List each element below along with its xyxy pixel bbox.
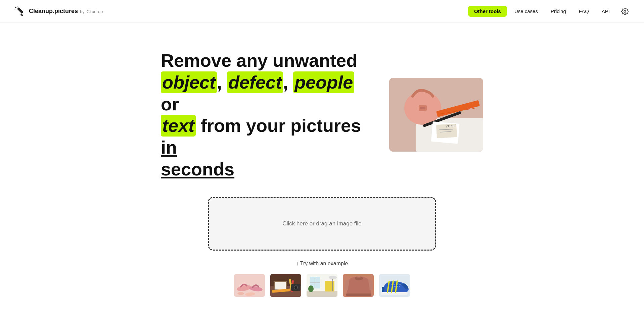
other-tools-button[interactable]: Other tools [468,6,507,17]
example-thumbnails-row [233,273,411,298]
hero-text: Remove any unwanted object, defect, peop… [161,50,362,180]
svg-rect-49 [346,294,371,296]
hero-highlight-object: object [161,71,217,93]
svg-rect-12 [420,107,425,109]
thumb-svg-5 [379,274,411,298]
svg-point-47 [308,285,314,292]
main-nav: Other tools Use cases Pricing FAQ API [468,6,631,17]
hero-image: YUZEF [389,78,483,152]
svg-text:YUZEF: YUZEF [446,124,457,128]
main-content: Remove any unwanted object, defect, peop… [0,0,644,311]
hero-line1: Remove any unwanted [161,50,357,70]
example-thumbnail-2[interactable] [270,273,302,298]
hero-in-seconds: inseconds [161,137,234,179]
logo-name: Cleanup.pictures [29,8,78,15]
thumb-svg-2 [270,274,302,298]
hero-title: Remove any unwanted object, defect, peop… [161,50,362,180]
hero-or: or [161,94,179,114]
thumb-svg-4 [343,274,374,298]
faq-link[interactable]: FAQ [573,6,594,17]
svg-point-35 [294,286,297,289]
svg-point-7 [624,10,626,12]
hero-scene-svg: YUZEF [389,78,483,152]
comma1: , [217,72,222,92]
hero-highlight-people: people [293,71,354,93]
svg-point-45 [329,276,337,279]
logo-by: by [80,9,85,14]
logo-icon [13,5,26,17]
logo-brand: Clipdrop [87,9,103,14]
examples-section: ↓ Try with an example [233,261,411,311]
hero-section: Remove any unwanted object, defect, peop… [87,23,557,197]
logo-area[interactable]: Cleanup.pictures by Clipdrop [13,5,103,17]
example-thumbnail-5[interactable] [378,273,411,298]
settings-button[interactable] [619,6,631,17]
comma2: , [283,72,288,92]
upload-placeholder-text: Click here or drag an image file [282,220,361,227]
upload-section: Click here or drag an image file [208,197,436,251]
try-example-label: ↓ Try with an example [296,261,348,267]
example-thumbnail-4[interactable] [342,273,374,298]
upload-dropzone[interactable]: Click here or drag an image file [208,197,436,251]
svg-point-25 [237,292,244,295]
example-thumbnail-3[interactable] [306,273,338,298]
hero-highlight-text: text [161,115,196,137]
site-header: Cleanup.pictures by Clipdrop Other tools… [0,0,644,23]
hero-highlight-defect: defect [227,71,283,93]
example-thumbnail-1[interactable] [233,273,266,298]
thumb-svg-3 [307,274,338,298]
pricing-link[interactable]: Pricing [545,6,571,17]
hero-from: from your pictures [201,115,361,136]
settings-icon [621,8,629,15]
use-cases-link[interactable]: Use cases [509,6,543,17]
svg-rect-53 [382,287,384,292]
svg-rect-29 [275,282,286,289]
logo-text-group: Cleanup.pictures by Clipdrop [29,8,103,15]
thumb-svg-1 [234,274,266,298]
api-link[interactable]: API [596,6,615,17]
